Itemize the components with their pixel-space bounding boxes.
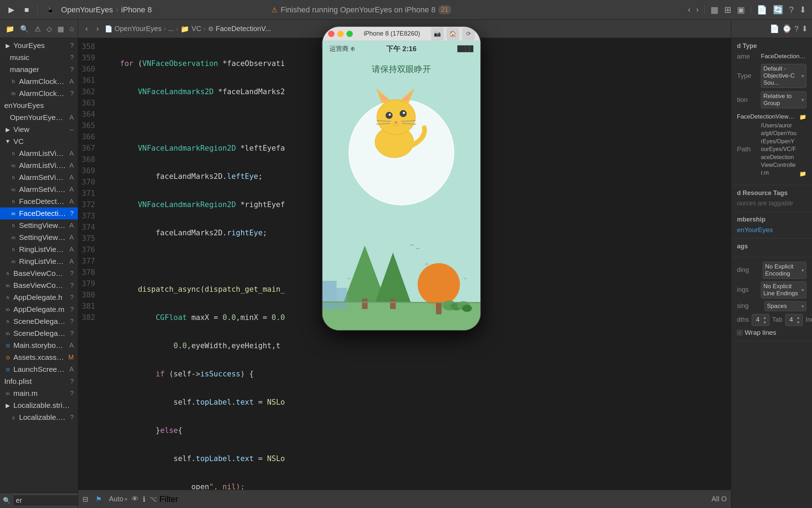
- sidebar-search-btn[interactable]: 🔍: [19, 23, 30, 35]
- rp-reveal-icon[interactable]: 📁: [799, 170, 806, 177]
- rp-fileref-icon[interactable]: 📁: [799, 114, 806, 120]
- rp-type-dropdown[interactable]: Default - Objective-C Sou... ▾: [761, 64, 806, 88]
- debug-icon[interactable]: 🔄: [773, 5, 783, 15]
- rp-wrap-checkbox[interactable]: [737, 330, 743, 335]
- sidebar-item-launchscreen[interactable]: ⊟ LaunchScreen.storyboard A: [0, 363, 78, 375]
- rp-line-endings-dropdown[interactable]: No Explicit Line Endings ▾: [761, 282, 806, 298]
- sim-maximize-button[interactable]: [346, 31, 353, 37]
- breadcrumb-project[interactable]: 📄: [105, 25, 112, 33]
- sidebar-item-infoplist[interactable]: Info.plist ?: [0, 375, 78, 387]
- stop-button[interactable]: ■: [21, 4, 32, 16]
- rp-location-row: tion Relative to Group ▾: [737, 91, 806, 108]
- sidebar-item-alarmsetviewh[interactable]: h AlarmSetViewController.h A: [0, 171, 78, 183]
- sidebar-item-view[interactable]: ▶ View –: [0, 123, 78, 135]
- scheme-selector[interactable]: 📱: [43, 5, 57, 15]
- rp-encoding-dropdown[interactable]: No Explicit Encoding ▾: [763, 262, 806, 279]
- sidebar-item-alarmlisth[interactable]: h AlarmListViewController.h A: [0, 147, 78, 159]
- sidebar-item-music[interactable]: music ?: [0, 52, 78, 64]
- sidebar-item-baseviewm[interactable]: m BaseViewController.m ?: [0, 279, 78, 291]
- download-icon[interactable]: ⬇: [799, 5, 806, 15]
- file-inspector-icon[interactable]: 📄: [770, 24, 779, 34]
- auto-label[interactable]: Auto ▾: [109, 495, 127, 503]
- sidebar-item-scenedelegateh[interactable]: h SceneDelegate.h ?: [0, 315, 78, 327]
- breadcrumb-file[interactable]: FaceDetectionV...: [216, 25, 271, 33]
- sidebar-badge: M: [68, 354, 74, 361]
- quick-help-icon[interactable]: ⌚: [782, 24, 792, 34]
- sim-screenshot-btn[interactable]: 📷: [431, 28, 444, 40]
- sidebar-item-alarmclocksm[interactable]: m AlarmClocksManager.m ?: [0, 87, 78, 99]
- nav-back-icon[interactable]: ‹: [688, 5, 690, 14]
- help-icon[interactable]: ?: [794, 24, 799, 34]
- simulator-screen[interactable]: 运营商 ⊕ 下午 2:16 ████ 请保持双眼睁开: [322, 41, 480, 330]
- sidebar-folder-btn[interactable]: 📁: [4, 23, 16, 35]
- download-icon[interactable]: ⬇: [801, 24, 808, 34]
- sidebar-item-appdelegatem[interactable]: m AppDelegate.m ?: [0, 303, 78, 315]
- code-nav-back[interactable]: ‹: [82, 23, 91, 35]
- rp-indent-stepper[interactable]: ▲ ▼: [796, 315, 800, 325]
- sidebar-bookmark-btn[interactable]: ◇: [45, 23, 53, 35]
- sidebar-warn-btn[interactable]: ⚠: [33, 23, 42, 35]
- sidebar-item-name: music: [10, 53, 67, 62]
- layout-icon[interactable]: ▣: [737, 5, 745, 15]
- breadcrumb-vc[interactable]: VC: [191, 25, 201, 33]
- split-icon[interactable]: ⊞: [724, 5, 731, 15]
- sidebar-item-alarmlistm[interactable]: m AlarmListVi...Controller.m A: [0, 159, 78, 171]
- bottom-switch-icon[interactable]: ⊟: [82, 495, 88, 503]
- sim-home-btn[interactable]: 🏠: [447, 28, 459, 40]
- info-icon[interactable]: ℹ: [143, 495, 146, 503]
- sidebar-badge: ?: [70, 390, 74, 397]
- sidebar-grid-btn[interactable]: ▦: [56, 23, 66, 35]
- sidebar-item-vc[interactable]: ▼ VC: [0, 135, 78, 147]
- bottom-flag-icon[interactable]: ⚑: [93, 494, 105, 504]
- sidebar-item-ringlisth[interactable]: h RingListViewController.h A: [0, 243, 78, 255]
- grid-icon[interactable]: ▦: [710, 5, 719, 15]
- sidebar-item-facedetecth[interactable]: h FaceDetecti...Controller.h A: [0, 195, 78, 207]
- search-input[interactable]: [13, 495, 78, 506]
- rp-tab-value: 4: [754, 316, 761, 323]
- breadcrumb-folder1[interactable]: ...: [168, 25, 174, 33]
- sidebar-item-name: Info.plist: [4, 377, 67, 386]
- sim-minimize-button[interactable]: [337, 31, 344, 37]
- header-icon: h: [4, 270, 11, 277]
- breadcrumb-project-name[interactable]: OpenYourEyes: [115, 25, 162, 33]
- svg-point-1: [377, 99, 416, 135]
- rp-spacing-dropdown[interactable]: Spaces ▾: [764, 301, 806, 311]
- top-toolbar: ▶ ■ 📱 OpenYourEyes › iPhone 8 ⚠ Finished…: [0, 0, 812, 20]
- project-breadcrumb[interactable]: OpenYourEyes: [61, 5, 113, 14]
- sidebar-item-baseviewh[interactable]: h BaseViewController.h ?: [0, 267, 78, 279]
- sidebar-tag-btn[interactable]: ⌂: [68, 23, 75, 34]
- sidebar-item-ringlistm[interactable]: m RingListViewController.m A: [0, 255, 78, 267]
- rp-path-value: /Users/aurora/git/OpenYourEyes/OpenYourE…: [761, 122, 796, 177]
- sidebar-item-assets[interactable]: ⊟ Assets.xcassets M: [0, 351, 78, 363]
- sidebar-item-settingviewh[interactable]: h SettingViewController.h A: [0, 219, 78, 231]
- sidebar-item-mainstoryboard[interactable]: ⊟ Main.storyboard A: [0, 339, 78, 351]
- sidebar-item-scenedelegatem[interactable]: m SceneDelegate.m ?: [0, 327, 78, 339]
- code-nav-fwd[interactable]: ›: [93, 23, 102, 35]
- header-icon: h: [10, 222, 17, 229]
- sidebar-item-settingviewm[interactable]: m SettingViewController.m A: [0, 231, 78, 243]
- sidebar-item-manager[interactable]: manager ?: [0, 64, 78, 75]
- sidebar-badge: ?: [70, 270, 74, 277]
- rp-location-dropdown[interactable]: Relative to Group ▾: [761, 91, 806, 108]
- eye-icon[interactable]: 👁: [131, 495, 139, 503]
- breadcrumb-folder2[interactable]: 📁: [180, 25, 189, 33]
- sim-close-button[interactable]: [328, 31, 334, 37]
- sidebar-item-appdelegateh[interactable]: h AppDelegate.h ?: [0, 291, 78, 303]
- sidebar-item-youreyes[interactable]: ▶ YourEyes ?: [0, 40, 78, 52]
- sidebar-item-localizable[interactable]: ▶ Localizable.strings: [0, 399, 78, 411]
- help-icon[interactable]: ?: [789, 5, 794, 15]
- auto-arrow: ▾: [125, 496, 127, 502]
- device-breadcrumb[interactable]: iPhone 8: [121, 5, 152, 14]
- rp-tab-stepper[interactable]: ▲ ▼: [763, 315, 767, 325]
- inspector-icon[interactable]: 📄: [757, 5, 767, 15]
- nav-fwd-icon[interactable]: ›: [696, 5, 699, 14]
- svg-text:+: +: [347, 275, 351, 282]
- run-button[interactable]: ▶: [6, 4, 17, 16]
- sidebar-item-mainm[interactable]: m main.m ?: [0, 387, 78, 399]
- sidebar-item-facedetectm[interactable]: m FaceDetecti...Controller.m ?: [0, 207, 78, 219]
- sidebar-item-enyoureyes[interactable]: enYourEyes: [0, 99, 78, 111]
- sidebar-item-entitlements[interactable]: OpenYourEyes.entitlements A: [0, 111, 78, 123]
- sidebar-item-localizable-simplified[interactable]: s Localizable.... (Simplified) ?: [0, 411, 78, 423]
- sidebar-item-alarmsetviewm[interactable]: m AlarmSetVi...Controller.m A: [0, 183, 78, 195]
- sidebar-item-alarmclocksh[interactable]: h AlarmClocksManager.h A: [0, 75, 78, 87]
